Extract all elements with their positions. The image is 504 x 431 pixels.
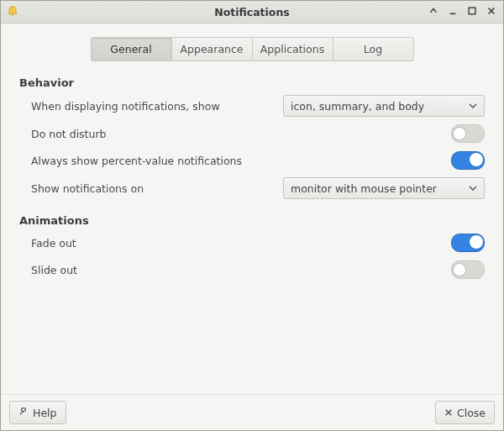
svg-rect-1 xyxy=(469,8,475,14)
label-slide-out: Slide out xyxy=(31,264,283,276)
window-maximize-icon[interactable] xyxy=(467,6,479,18)
tab-applications[interactable]: Applications xyxy=(253,38,333,60)
svg-point-2 xyxy=(21,407,25,411)
label-do-not-disturb: Do not disturb xyxy=(31,128,283,140)
window-keep-above-icon[interactable] xyxy=(428,6,440,18)
action-bar: Help Close xyxy=(1,394,503,430)
window-controls xyxy=(428,6,498,18)
label-fade-out: Fade out xyxy=(31,237,283,250)
chevron-down-icon xyxy=(469,100,477,113)
toggle-do-not-disturb[interactable] xyxy=(451,124,485,143)
help-icon xyxy=(18,407,29,419)
toggle-percent-notifications[interactable] xyxy=(451,151,485,170)
content-area: General Appearance Applications Log Beha… xyxy=(1,24,503,394)
bell-icon xyxy=(6,5,19,18)
combo-display-mode[interactable]: icon, summary, and body xyxy=(283,95,485,117)
tab-log[interactable]: Log xyxy=(333,38,413,60)
tab-bar: General Appearance Applications Log xyxy=(91,37,414,61)
combo-show-on-monitor[interactable]: monitor with mouse pointer xyxy=(283,177,485,199)
close-button[interactable]: Close xyxy=(435,401,495,424)
chevron-down-icon xyxy=(469,182,477,195)
combo-show-on-monitor-value: monitor with mouse pointer xyxy=(291,182,469,195)
help-button-label: Help xyxy=(33,407,57,419)
tab-general[interactable]: General xyxy=(92,38,172,60)
titlebar: Notifications xyxy=(1,1,503,24)
label-show-on-monitor: Show notifications on xyxy=(31,182,283,195)
toggle-fade-out[interactable] xyxy=(451,234,485,252)
close-icon xyxy=(444,407,453,419)
label-display-mode: When displaying notifications, show xyxy=(31,100,283,113)
settings-window: Notifications General Appearance Applica… xyxy=(0,0,504,431)
window-minimize-icon[interactable] xyxy=(448,6,459,18)
svg-rect-0 xyxy=(450,13,456,15)
label-percent-notifications: Always show percent-value notifications xyxy=(31,155,283,167)
close-button-label: Close xyxy=(457,407,486,419)
combo-display-mode-value: icon, summary, and body xyxy=(291,100,469,113)
section-animations-title: Animations xyxy=(19,214,485,227)
help-button[interactable]: Help xyxy=(9,401,66,424)
toggle-slide-out[interactable] xyxy=(451,260,485,279)
section-behavior-title: Behavior xyxy=(19,76,485,89)
window-close-icon[interactable] xyxy=(486,6,498,18)
tab-appearance[interactable]: Appearance xyxy=(172,38,253,60)
